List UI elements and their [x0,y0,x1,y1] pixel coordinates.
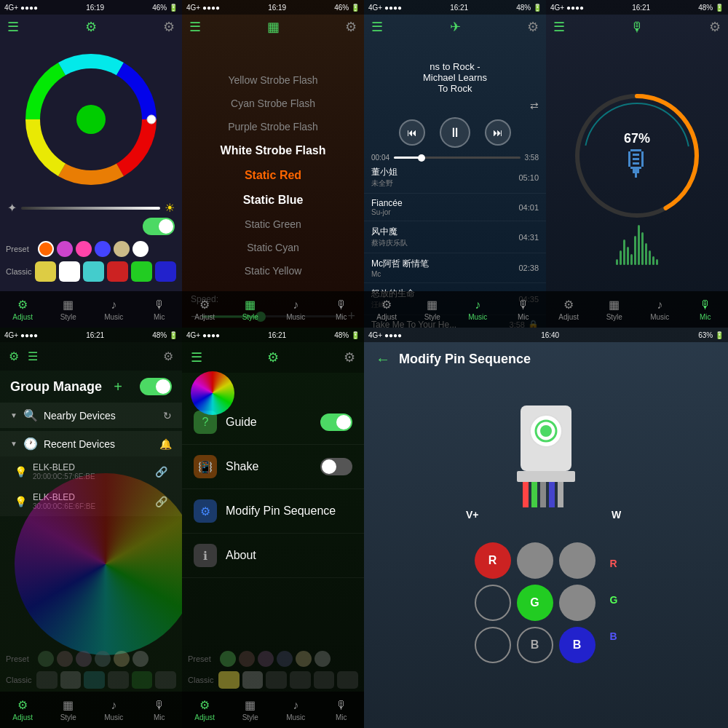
nav-style-3[interactable]: ▦Style [410,291,456,328]
nav-mic-3[interactable]: 🎙Mic [501,291,547,328]
nav-adjust-4[interactable]: ⚙Adjust [546,291,592,328]
strobe-item-8[interactable]: Static Cyan [188,236,358,259]
menu-icon-4[interactable]: ☰ [553,19,565,35]
menu-section: ? Guide 📳 Shake ⚙ Modify Pin Sequence ℹ … [182,395,364,584]
next-button[interactable]: ⏭ [485,119,511,146]
mic-nav-icon[interactable]: 🎙 [630,20,644,35]
menu-icon-1[interactable]: ☰ [7,19,19,35]
nav-mic-6[interactable]: 🎙Mic [319,692,365,728]
nav-music-6[interactable]: ♪Music [273,692,319,728]
progress-bar[interactable] [394,157,521,159]
pin-b2[interactable]: B [517,627,553,663]
menu-about[interactable]: ℹ About [182,534,364,578]
track-4[interactable]: Mc阿哲 断情笔Mc 02:38 [364,253,546,283]
pin-b3[interactable]: B [559,627,596,663]
color-wheel[interactable] [18,47,164,192]
settings-icon-2[interactable]: ⚙ [345,19,357,35]
plane-icon-3[interactable]: ✈ [450,19,461,35]
nearby-devices-header[interactable]: ▼ 🔍 Nearby Devices ↻ [0,403,182,428]
settings-icon-3[interactable]: ⚙ [527,19,539,35]
nav-mic-2[interactable]: 🎙Mic [319,291,365,328]
shake-toggle[interactable] [320,458,352,475]
preset-dot-4[interactable] [95,241,111,257]
preset-dot-2[interactable] [57,241,73,257]
back-button[interactable]: ← [376,351,390,368]
add-group-button[interactable]: + [114,379,122,395]
nav-adjust-5[interactable]: ⚙Adjust [0,692,46,728]
pin-r3[interactable] [559,542,596,579]
link-icon-1[interactable]: 🔗 [155,466,167,478]
nav-style-2[interactable]: ▦Style [228,291,274,328]
strobe-item-6[interactable]: Static Blue [188,188,358,213]
play-button[interactable]: ⏸ [440,117,470,148]
sliders-icon-5[interactable]: ⚙ [9,349,19,363]
pin-b1[interactable] [475,627,511,663]
refresh-nearby[interactable]: ↻ [163,410,172,422]
nav-music-3[interactable]: ♪Music [455,291,501,328]
strobe-item-9[interactable]: Static Yellow [188,259,358,282]
grid-icon-2[interactable]: ▦ [267,19,280,35]
strobe-item-1[interactable]: Yellow Strobe Flash [188,68,358,92]
classic-sq-1[interactable] [35,261,56,282]
sliders-icon-6[interactable]: ⚙ [344,349,355,365]
strobe-item-5[interactable]: Static Red [188,163,358,188]
nav-adjust-2[interactable]: ⚙Adjust [182,291,228,328]
menu-shake[interactable]: 📳 Shake [182,445,364,489]
settings-icon-5[interactable]: ⚙ [163,349,173,363]
nav-mic-1[interactable]: 🎙Mic [137,291,183,328]
strobe-item-2[interactable]: Cyan Strobe Flash [188,92,358,115]
strobe-item-3[interactable]: Purple Strobe Flash [188,115,358,138]
settings-cog-6[interactable]: ⚙ [267,349,279,365]
nav-music-1[interactable]: ♪Music [91,291,137,328]
classic-sq-4[interactable] [107,261,128,282]
list-icon-5[interactable]: ☰ [28,349,38,363]
nav-style-4[interactable]: ▦Style [592,291,638,328]
nav-mic-5[interactable]: 🎙Mic [137,692,183,728]
nearby-icon: 🔍 [23,408,38,422]
power-toggle-1[interactable] [143,218,175,235]
nav-music-5[interactable]: ♪Music [91,692,137,728]
settings-icon-1[interactable]: ⚙ [163,19,175,35]
nav-adjust-3[interactable]: ⚙Adjust [364,291,410,328]
nav-mic-4[interactable]: 🎙Mic [683,291,729,328]
list-icon-6[interactable]: ☰ [191,349,202,365]
track-3[interactable]: 风中魔蔡诗庆乐队 04:31 [364,221,546,253]
settings-icon-4[interactable]: ⚙ [709,19,721,35]
track-1[interactable]: 董小姐未全野 05:10 [364,162,546,194]
nav-music-2[interactable]: ♪Music [273,291,319,328]
preset-dot-1[interactable] [38,241,54,257]
nav-music-4[interactable]: ♪Music [637,291,683,328]
pin-g2[interactable]: G [517,585,553,621]
classic-sq-3[interactable] [83,261,104,282]
classic-sq-5[interactable] [131,261,152,282]
preset-dot-3[interactable] [76,241,92,257]
classic-sq-2[interactable] [59,261,80,282]
prev-button[interactable]: ⏮ [399,119,425,146]
preset-dot-5[interactable] [114,241,130,257]
recent-action[interactable]: 🔔 [159,438,172,450]
strobe-item-7[interactable]: Static Green [188,213,358,236]
nav-adjust-6[interactable]: ⚙Adjust [182,692,228,728]
nav-style-6[interactable]: ▦Style [228,692,274,728]
sliders-icon-1[interactable]: ⚙ [85,19,97,35]
time-current: 00:04 [371,154,389,162]
guide-toggle[interactable] [320,414,352,431]
recent-devices-header[interactable]: ▼ 🕐 Recent Devices 🔔 [0,431,182,456]
pin-r1[interactable]: R [475,542,511,579]
menu-pin[interactable]: ⚙ Modify Pin Sequence [182,489,364,534]
pin-g3[interactable] [559,585,596,621]
preset-dot-6[interactable] [132,241,149,257]
classic-sq-6[interactable] [155,261,176,282]
group-toggle[interactable] [140,378,172,395]
pin-g1[interactable] [475,585,511,621]
nav-adjust-1[interactable]: ⚙Adjust [0,291,46,328]
menu-icon-3[interactable]: ☰ [371,19,383,35]
shuffle-icon[interactable]: ⇄ [364,100,546,111]
menu-icon-2[interactable]: ☰ [189,19,201,35]
pin-r2[interactable] [517,542,553,579]
nav-style-5[interactable]: ▦Style [46,692,92,728]
mic-circle-wrapper[interactable]: 67% 🎙 [571,90,703,221]
strobe-item-4[interactable]: White Strobe Flash [188,138,358,163]
track-2[interactable]: FiancéeSu-jor 04:01 [364,194,546,221]
nav-style-1[interactable]: ▦Style [46,291,92,328]
